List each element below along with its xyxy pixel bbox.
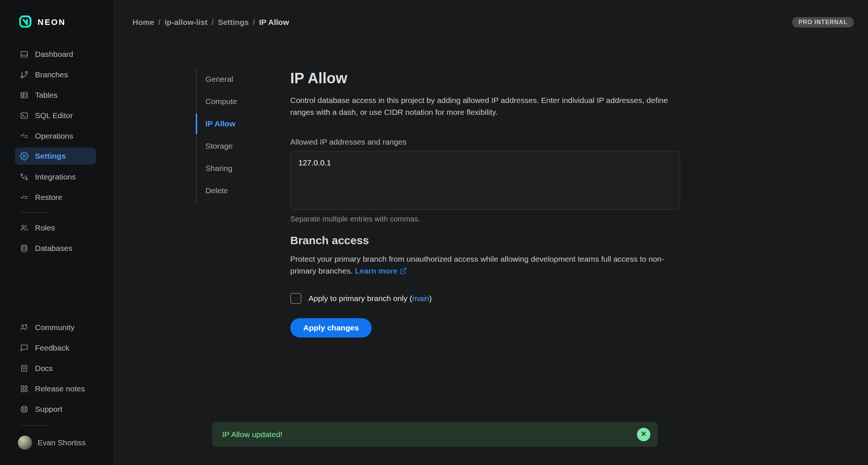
sidebar-item-label: Databases: [35, 244, 72, 253]
apply-changes-button[interactable]: Apply changes: [290, 318, 372, 338]
user-name: Evan Shortiss: [38, 438, 86, 447]
sidebar-item-label: Support: [35, 405, 63, 414]
toast-message: IP Allow updated!: [222, 430, 282, 439]
chat-bubble-icon: [20, 343, 29, 352]
sidebar-item-databases[interactable]: Databases: [0, 238, 111, 258]
dashboard-icon: [20, 50, 29, 59]
sidebar-item-label: Operations: [35, 132, 73, 141]
page-description: Control database access in this project …: [290, 94, 672, 118]
life-buoy-icon: [20, 405, 29, 414]
sidebar-divider: [20, 425, 48, 426]
app-window: NEON Dashboard Branches Tables: [0, 0, 868, 465]
gear-icon: [20, 152, 29, 161]
sidebar-item-operations[interactable]: Operations: [0, 126, 111, 146]
users-icon: [20, 223, 29, 232]
subnav-item-sharing[interactable]: Sharing: [196, 157, 262, 180]
release-notes-icon: [20, 384, 29, 393]
sidebar-item-label: Release notes: [35, 384, 85, 393]
sidebar-item-roles[interactable]: Roles: [0, 217, 111, 238]
restore-icon: [20, 193, 29, 202]
settings-subnav: General Compute IP Allow Storage Sharing…: [196, 68, 262, 202]
breadcrumb-project[interactable]: ip-allow-list: [164, 18, 208, 27]
primary-branch-checkbox-row[interactable]: Apply to primary branch only (main): [290, 293, 680, 304]
page-title: IP Allow: [290, 69, 680, 87]
primary-branch-checkbox-label: Apply to primary branch only (main): [308, 294, 432, 303]
branch-access-title: Branch access: [290, 234, 680, 247]
sidebar-item-tables[interactable]: Tables: [0, 85, 111, 105]
sidebar-item-feedback[interactable]: Feedback: [0, 338, 111, 358]
breadcrumb-home[interactable]: Home: [132, 18, 154, 27]
check-list-icon: [20, 132, 29, 141]
branch-access-description-text: Protect your primary branch from unautho…: [290, 255, 664, 275]
community-icon: [20, 323, 29, 332]
subnav-item-delete[interactable]: Delete: [196, 180, 262, 202]
sidebar-item-label: Dashboard: [35, 50, 73, 59]
subnav-item-ip-allow[interactable]: IP Allow: [196, 113, 262, 135]
sidebar-item-integrations[interactable]: Integrations: [0, 167, 111, 187]
main-branch-link[interactable]: main: [412, 294, 429, 303]
table-icon: [20, 91, 29, 100]
terminal-icon: [20, 111, 29, 120]
breadcrumb-current: IP Allow: [259, 18, 289, 27]
sidebar-item-sql-editor[interactable]: SQL Editor: [0, 105, 111, 126]
plan-badge: PRO INTERNAL: [792, 17, 854, 28]
sidebar-item-branches[interactable]: Branches: [0, 64, 111, 85]
sidebar-item-support[interactable]: Support: [0, 399, 111, 419]
subnav-item-storage[interactable]: Storage: [196, 135, 262, 157]
sidebar-item-label: Community: [35, 323, 74, 332]
subnav-item-compute[interactable]: Compute: [196, 90, 262, 113]
sidebar-item-settings[interactable]: Settings: [15, 148, 96, 165]
database-icon: [20, 244, 29, 253]
sidebar-item-label: Settings: [35, 152, 66, 161]
breadcrumb-separator: /: [212, 18, 214, 27]
neon-logo-icon: [19, 15, 32, 30]
ip-addresses-input[interactable]: 127.0.0.1: [290, 151, 680, 210]
sidebar-divider: [20, 212, 48, 213]
branch-access-description: Protect your primary branch from unautho…: [290, 253, 672, 278]
sidebar-item-label: Docs: [35, 364, 53, 373]
ip-allow-panel: IP Allow Control database access in this…: [290, 69, 680, 338]
document-icon: [20, 364, 29, 373]
sidebar-item-label: Branches: [35, 70, 68, 79]
sidebar-item-restore[interactable]: Restore: [0, 187, 111, 207]
close-icon: [640, 430, 647, 438]
subnav-item-general[interactable]: General: [196, 68, 262, 90]
external-link-icon: [400, 266, 407, 278]
toast-close-button[interactable]: [637, 428, 650, 441]
breadcrumb-separator: /: [253, 18, 255, 27]
user-menu[interactable]: Evan Shortiss: [0, 432, 111, 454]
sidebar-item-docs[interactable]: Docs: [0, 358, 111, 378]
sidebar-item-community[interactable]: Community: [0, 317, 111, 338]
sidebar-item-label: Integrations: [35, 172, 76, 181]
git-branch-icon: [20, 70, 29, 79]
sidebar: NEON Dashboard Branches Tables: [0, 0, 114, 465]
sidebar-item-dashboard[interactable]: Dashboard: [0, 44, 111, 64]
neon-logotype: NEON: [38, 17, 66, 27]
sidebar-nav: Dashboard Branches Tables SQL Editor: [0, 44, 111, 258]
breadcrumb: Home / ip-allow-list / Settings / IP All…: [132, 18, 289, 27]
topbar: Home / ip-allow-list / Settings / IP All…: [115, 0, 868, 45]
neon-logo[interactable]: NEON: [19, 15, 66, 30]
user-avatar: [18, 436, 32, 450]
primary-branch-checkbox[interactable]: [290, 293, 301, 304]
sidebar-item-label: Roles: [35, 223, 55, 232]
sidebar-item-label: SQL Editor: [35, 111, 73, 120]
sidebar-bottom-nav: Community Feedback Docs Release notes: [0, 317, 111, 454]
breadcrumb-separator: /: [158, 18, 160, 27]
breadcrumb-settings[interactable]: Settings: [218, 18, 249, 27]
success-toast: IP Allow updated!: [212, 422, 658, 447]
ip-addresses-label: Allowed IP addresses and ranges: [290, 138, 680, 146]
sidebar-item-label: Tables: [35, 91, 58, 100]
sidebar-item-release-notes[interactable]: Release notes: [0, 378, 111, 399]
learn-more-link[interactable]: Learn more: [355, 267, 407, 275]
sidebar-item-label: Feedback: [35, 343, 69, 352]
sidebar-item-label: Restore: [35, 193, 63, 202]
ip-addresses-helper: Separate multiple entries with commas.: [290, 215, 680, 223]
integrations-icon: [20, 172, 29, 181]
